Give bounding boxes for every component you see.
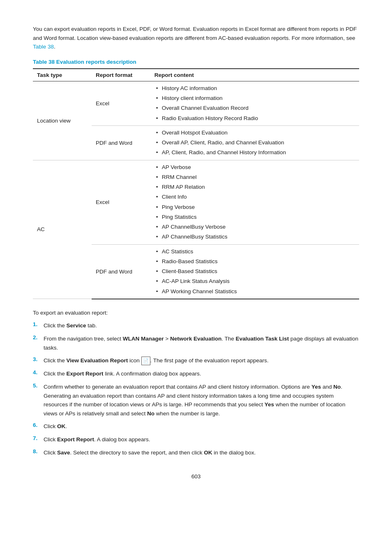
step-4-bold: Export Report	[67, 371, 104, 377]
step-1-bold: Service	[67, 322, 86, 329]
step-7-content: Click Export Report. A dialog box appear…	[44, 435, 359, 444]
list-item: AC Statistics	[154, 247, 355, 257]
step-4-num: 4.	[33, 369, 44, 375]
list-item: Client-Based Statistics	[154, 266, 355, 276]
step-2: 2. From the navigation tree, select WLAN…	[33, 334, 359, 352]
step-4-content: Click the Export Report link. A confirma…	[44, 369, 359, 378]
step-6-num: 6.	[33, 422, 44, 428]
steps-intro: To export an evaluation report:	[33, 308, 359, 317]
step-6-content: Click OK.	[44, 422, 359, 431]
step-5-sub: Generating an evaluation report than con…	[44, 393, 345, 417]
step-3-content: Click the View Evaluation Report icon 📄.…	[44, 356, 359, 365]
step-5-bold1: Yes	[311, 384, 321, 390]
step-5-num: 5.	[33, 382, 44, 389]
list-item: AP ChannelBusy Verbose	[154, 222, 355, 232]
step-3: 3. Click the View Evaluation Report icon…	[33, 356, 359, 365]
step-8-bold1: Save	[57, 450, 70, 456]
col-header-report-content: Report content	[150, 69, 359, 81]
list-item: AP Verbose	[154, 162, 355, 172]
list-item: Ping Verbose	[154, 202, 355, 212]
list-item: History AC information	[154, 83, 355, 93]
step-1-content: Click the Service tab.	[44, 321, 359, 330]
step-2-num: 2.	[33, 334, 44, 341]
step-2-bold1: WLAN Manager	[123, 336, 164, 342]
list-item: RRM Channel	[154, 172, 355, 182]
format-excel-1: Excel	[92, 81, 150, 125]
step-7-bold: Export Report	[57, 436, 94, 443]
step-8-num: 8.	[33, 448, 44, 454]
step-5-sub-bold1: Yes	[265, 401, 274, 408]
list-item: AP ChannelBusy Statistics	[154, 232, 355, 242]
format-excel-2: Excel	[92, 160, 150, 244]
list-item: Radio Evaluation History Record Radio	[154, 114, 355, 123]
step-2-bold2: Network Evaluation	[170, 336, 221, 342]
step-6-bold: OK	[57, 423, 65, 429]
content-pdf-ac: AC Statistics Radio-Based Statistics Cli…	[150, 244, 359, 299]
list-item: RRM AP Relation	[154, 182, 355, 192]
col-header-task-type: Task type	[33, 69, 92, 81]
step-6: 6. Click OK.	[33, 422, 359, 431]
list-item: AP Working Channel Statistics	[154, 287, 355, 297]
step-8-content: Click Save. Select the directory to save…	[44, 448, 359, 457]
step-5-sub-bold2: No	[147, 410, 154, 417]
list-item: Client Info	[154, 192, 355, 202]
step-3-num: 3.	[33, 356, 44, 362]
step-5: 5. Confirm whether to generate an evalua…	[33, 382, 359, 418]
intro-text1: You can export evaluation reports in Exc…	[33, 26, 357, 41]
step-5-bold2: No	[333, 384, 341, 390]
step-7: 7. Click Export Report. A dialog box app…	[33, 435, 359, 444]
step-7-num: 7.	[33, 435, 44, 441]
list-item: AC-AP Link Status Analysis	[154, 276, 355, 286]
list-item: AP, Client, Radio, and Channel History I…	[154, 148, 355, 158]
page-number: 603	[33, 473, 359, 480]
task-type-location-view: Location view	[33, 81, 92, 160]
step-1-num: 1.	[33, 321, 44, 327]
step-5-content: Confirm whether to generate an evaluatio…	[44, 382, 359, 418]
step-2-content: From the navigation tree, select WLAN Ma…	[44, 334, 359, 352]
list-item: History client information	[154, 93, 355, 103]
list-item: Overall Channel Evaluation Record	[154, 103, 355, 113]
step-8: 8. Click Save. Select the directory to s…	[33, 448, 359, 457]
col-header-report-format: Report format	[92, 69, 150, 81]
content-excel-location: History AC information History client in…	[150, 81, 359, 125]
step-2-sub-bold: Evaluation Task List	[236, 336, 289, 342]
format-pdf-word-1: PDF and Word	[92, 125, 150, 160]
table-row: AC Excel AP Verbose RRM Channel RRM AP R…	[33, 160, 359, 244]
table38-link[interactable]: Table 38	[33, 44, 54, 50]
evaluation-reports-table: Task type Report format Report content L…	[33, 68, 359, 299]
task-type-ac: AC	[33, 160, 92, 299]
content-excel-ac: AP Verbose RRM Channel RRM AP Relation C…	[150, 160, 359, 244]
step-8-bold2: OK	[204, 450, 212, 456]
list-item: Overall Hotspot Evaluation	[154, 128, 355, 138]
intro-text2: .	[54, 44, 55, 50]
table-header-row: Task type Report format Report content	[33, 69, 359, 81]
table-row: Location view Excel History AC informati…	[33, 81, 359, 125]
step-3-bold: View Evaluation Report	[67, 357, 128, 364]
list-item: Radio-Based Statistics	[154, 257, 355, 266]
list-item: Overall AP, Client, Radio, and Channel E…	[154, 138, 355, 148]
table-caption: Table 38 Evaluation reports description	[33, 59, 359, 65]
step-4: 4. Click the Export Report link. A confi…	[33, 369, 359, 378]
format-pdf-word-2: PDF and Word	[92, 244, 150, 299]
view-report-icon: 📄	[141, 357, 150, 366]
list-item: Ping Statistics	[154, 212, 355, 222]
step-1: 1. Click the Service tab.	[33, 321, 359, 330]
content-pdf-location: Overall Hotspot Evaluation Overall AP, C…	[150, 125, 359, 160]
steps-list: 1. Click the Service tab. 2. From the na…	[33, 321, 359, 457]
intro-paragraph: You can export evaluation reports in Exc…	[33, 25, 359, 51]
